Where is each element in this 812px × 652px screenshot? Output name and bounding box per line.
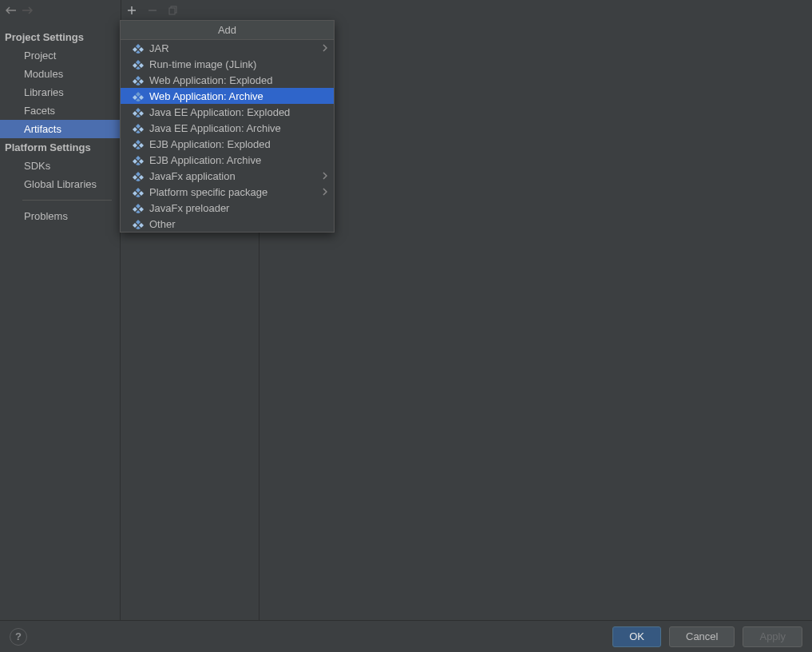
popup-item-other[interactable]: Other: [121, 216, 334, 232]
platform-settings-header: Platform Settings: [0, 138, 120, 157]
jlink-icon: [132, 58, 145, 70]
popup-item-label: Web Application: Archive: [149, 90, 327, 102]
preloader-icon: [132, 201, 145, 214]
package-icon: [132, 185, 145, 198]
popup-item-jar[interactable]: JAR: [121, 40, 334, 56]
sidebar-item-artifacts[interactable]: Artifacts: [0, 120, 120, 138]
sidebar-item-facets[interactable]: Facets: [0, 101, 120, 120]
popup-item-label: Web Application: Exploded: [149, 74, 327, 86]
popup-item-run-time-image-jlink[interactable]: Run-time image (JLink): [121, 56, 334, 72]
chevron-right-icon: [323, 172, 327, 180]
web-exploded-icon: [132, 74, 145, 86]
popup-item-label: Run-time image (JLink): [149, 58, 327, 70]
jar-icon: [132, 42, 145, 54]
popup-item-platform-specific-package[interactable]: Platform specific package: [121, 184, 334, 200]
ejb-archive-icon: [132, 153, 145, 166]
project-settings-header: Project Settings: [0, 28, 120, 46]
popup-item-javafx-application[interactable]: JavaFx application: [121, 168, 334, 184]
popup-item-java-ee-application-exploded[interactable]: Java EE Application: Exploded: [121, 104, 334, 120]
copy-button[interactable]: [163, 1, 184, 20]
popup-item-label: Other: [149, 218, 327, 230]
popup-item-label: EJB Application: Exploded: [149, 138, 327, 150]
other-icon: [132, 217, 145, 230]
popup-item-label: EJB Application: Archive: [149, 154, 327, 166]
javafx-icon: [132, 169, 145, 182]
cancel-button[interactable]: Cancel: [669, 626, 735, 647]
add-artifact-popup: Add JARRun-time image (JLink)Web Applica…: [120, 20, 335, 233]
popup-item-label: Platform specific package: [149, 186, 323, 198]
forward-button[interactable]: [19, 2, 35, 18]
sidebar-item-sdks[interactable]: SDKs: [0, 157, 120, 175]
svg-rect-1: [169, 8, 175, 14]
chevron-right-icon: [323, 44, 327, 52]
popup-item-label: Java EE Application: Archive: [149, 122, 327, 134]
chevron-right-icon: [323, 188, 327, 196]
popup-item-label: JavaFx preloader: [149, 202, 327, 214]
remove-button[interactable]: [142, 1, 163, 20]
popup-item-ejb-application-exploded[interactable]: EJB Application: Exploded: [121, 136, 334, 152]
popup-item-web-application-exploded[interactable]: Web Application: Exploded: [121, 72, 334, 88]
artifact-detail-pane: [259, 20, 812, 620]
help-button[interactable]: ?: [10, 628, 27, 646]
settings-sidebar: Project Settings Project Modules Librari…: [0, 20, 120, 620]
sidebar-item-project[interactable]: Project: [0, 46, 120, 65]
popup-item-label: JAR: [149, 42, 323, 54]
add-button[interactable]: [121, 1, 142, 20]
sidebar-item-modules[interactable]: Modules: [0, 65, 120, 83]
sidebar-separator: [22, 200, 112, 201]
popup-item-web-application-archive[interactable]: Web Application: Archive: [121, 88, 334, 104]
popup-item-label: JavaFx application: [149, 170, 323, 182]
sidebar-item-problems[interactable]: Problems: [0, 207, 120, 225]
popup-title: Add: [121, 21, 334, 40]
popup-item-javafx-preloader[interactable]: JavaFx preloader: [121, 200, 334, 216]
sidebar-item-libraries[interactable]: Libraries: [0, 83, 120, 101]
web-archive-icon: [132, 89, 145, 102]
apply-button[interactable]: Apply: [743, 626, 802, 647]
sidebar-item-global-libraries[interactable]: Global Libraries: [0, 175, 120, 193]
ejb-exploded-icon: [132, 137, 145, 150]
popup-item-ejb-application-archive[interactable]: EJB Application: Archive: [121, 152, 334, 168]
popup-item-java-ee-application-archive[interactable]: Java EE Application: Archive: [121, 120, 334, 136]
ee-exploded-icon: [132, 105, 145, 118]
popup-item-label: Java EE Application: Exploded: [149, 106, 327, 118]
ee-archive-icon: [132, 121, 145, 134]
back-button[interactable]: [3, 2, 19, 18]
ok-button[interactable]: OK: [612, 626, 661, 647]
